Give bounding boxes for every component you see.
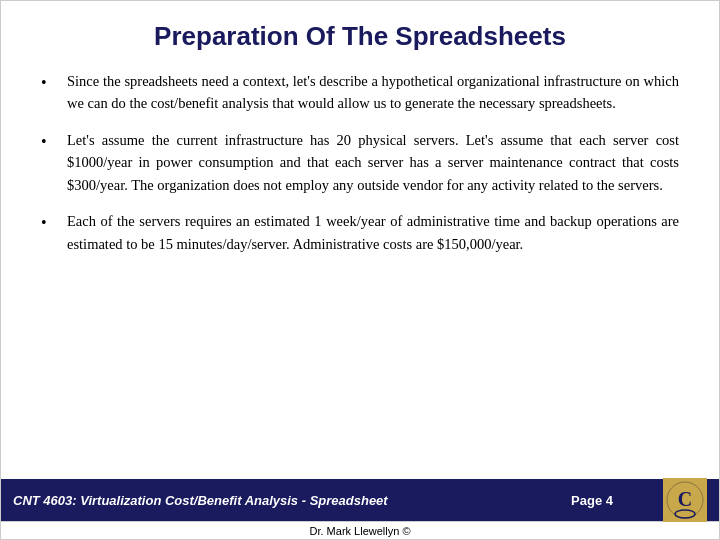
slide-content: Preparation Of The Spreadsheets • Since … [1, 1, 719, 479]
bullet-text-2: Let's assume the current infrastructure … [67, 129, 679, 196]
bullet-dot-1: • [41, 71, 61, 96]
bullet-item-2: • Let's assume the current infrastructur… [41, 129, 679, 196]
footer-page-label: Page 4 [571, 493, 613, 508]
bullet-text-3: Each of the servers requires an estimate… [67, 210, 679, 255]
footer-sub-text: Dr. Mark Llewellyn © [309, 525, 410, 537]
bullet-section-1: • Since the spreadsheets need a context,… [41, 70, 679, 115]
footer-sub-text-bar: Dr. Mark Llewellyn © [1, 521, 719, 539]
bullet-dot-3: • [41, 211, 61, 236]
bullet-dot-2: • [41, 130, 61, 155]
footer-logo-icon: C [663, 478, 707, 522]
bullet-section-2: • Let's assume the current infrastructur… [41, 129, 679, 196]
bullet-text-1: Since the spreadsheets need a context, l… [67, 70, 679, 115]
slide-title: Preparation Of The Spreadsheets [41, 21, 679, 52]
bullet-item-3: • Each of the servers requires an estima… [41, 210, 679, 255]
footer-course-text: CNT 4603: Virtualization Cost/Benefit An… [13, 493, 571, 508]
bullet-section-3: • Each of the servers requires an estima… [41, 210, 679, 255]
slide-container: Preparation Of The Spreadsheets • Since … [0, 0, 720, 540]
slide-footer: CNT 4603: Virtualization Cost/Benefit An… [1, 479, 719, 521]
bullet-item-1: • Since the spreadsheets need a context,… [41, 70, 679, 115]
svg-text:C: C [678, 488, 692, 510]
